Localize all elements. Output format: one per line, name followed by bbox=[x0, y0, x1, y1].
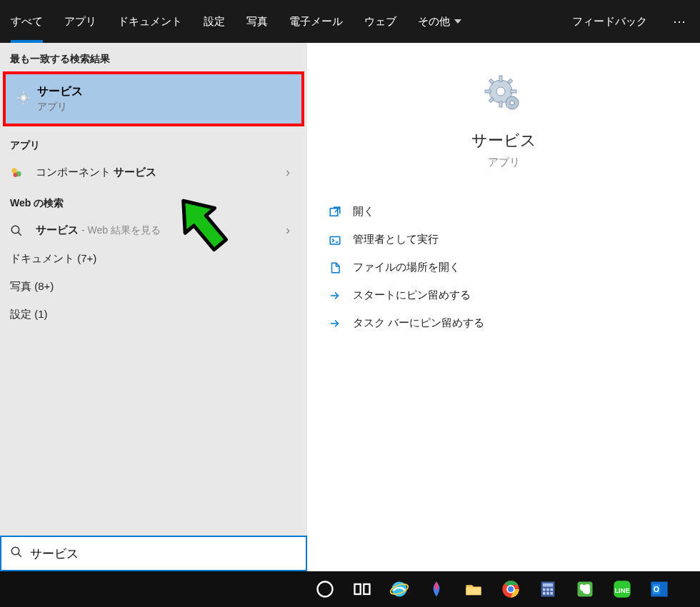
svg-rect-22 bbox=[507, 79, 512, 84]
best-match-title: サービス bbox=[37, 84, 83, 99]
svg-point-15 bbox=[496, 87, 505, 96]
svg-point-1 bbox=[22, 96, 26, 99]
tab-all[interactable]: すべて bbox=[0, 0, 54, 43]
svg-rect-26 bbox=[330, 208, 338, 216]
run-admin-icon bbox=[329, 234, 353, 246]
result-label: コンポーネント サービス bbox=[36, 166, 286, 179]
svg-rect-39 bbox=[543, 588, 546, 591]
svg-point-8 bbox=[14, 173, 18, 177]
component-services-icon bbox=[10, 166, 36, 179]
folder-icon bbox=[329, 261, 353, 274]
tab-label: 写真 bbox=[246, 15, 268, 29]
svg-rect-4 bbox=[17, 97, 20, 99]
taskbar: LINE O bbox=[0, 571, 700, 607]
action-pin-taskbar[interactable]: タスク バーにピン留めする bbox=[329, 309, 679, 337]
result-web-search[interactable]: サービス - Web 結果を見る › bbox=[0, 216, 307, 245]
tab-apps[interactable]: アプリ bbox=[54, 0, 107, 43]
svg-rect-17 bbox=[499, 101, 502, 107]
tab-email[interactable]: 電子メール bbox=[279, 0, 354, 43]
taskbar-ie-icon[interactable] bbox=[383, 571, 416, 607]
action-label: 開く bbox=[353, 205, 374, 219]
pin-icon bbox=[329, 317, 353, 330]
category-photos[interactable]: 写真 (8+) bbox=[0, 273, 307, 301]
svg-point-6 bbox=[11, 168, 17, 174]
taskbar-explorer-icon[interactable] bbox=[457, 571, 490, 607]
detail-title: サービス bbox=[307, 130, 700, 151]
svg-rect-23 bbox=[489, 97, 494, 102]
web-header: Web の検索 bbox=[0, 187, 307, 216]
svg-rect-29 bbox=[355, 584, 361, 594]
category-settings[interactable]: 設定 (1) bbox=[0, 301, 307, 328]
result-component-services[interactable]: コンポーネント サービス › bbox=[0, 158, 307, 187]
svg-point-36 bbox=[508, 586, 514, 592]
taskbar-line-icon[interactable]: LINE bbox=[606, 571, 639, 607]
detail-panel: サービス アプリ 開く 管理者として実行 ファイルの場所を開く スタートにピン留… bbox=[307, 43, 700, 571]
tab-label: その他 bbox=[418, 15, 450, 29]
tab-web[interactable]: ウェブ bbox=[354, 0, 407, 43]
tab-photos[interactable]: 写真 bbox=[236, 0, 279, 43]
tab-label: すべて bbox=[11, 15, 43, 29]
pin-icon bbox=[329, 289, 353, 302]
results-panel: 最も一致する検索結果 サービス アプリ アプリ コンポーネント サービス › W… bbox=[0, 43, 307, 571]
feedback-link[interactable]: フィードバック bbox=[559, 15, 660, 29]
action-open[interactable]: 開く bbox=[329, 198, 679, 226]
search-filter-bar: すべて アプリ ドキュメント 設定 写真 電子メール ウェブ その他 フィードバ… bbox=[0, 0, 700, 43]
svg-rect-3 bbox=[23, 101, 24, 104]
action-label: ファイルの場所を開く bbox=[353, 261, 460, 274]
detail-subtitle: アプリ bbox=[307, 156, 700, 169]
tab-more[interactable]: その他 bbox=[407, 0, 472, 43]
search-icon bbox=[10, 546, 23, 561]
action-pin-start[interactable]: スタートにピン留めする bbox=[329, 281, 679, 309]
svg-point-9 bbox=[11, 226, 19, 234]
tab-label: 設定 bbox=[204, 15, 225, 29]
tab-label: ドキュメント bbox=[118, 15, 182, 29]
svg-rect-38 bbox=[543, 583, 553, 587]
more-menu-button[interactable]: ⋯ bbox=[660, 14, 700, 29]
feedback-label: フィードバック bbox=[572, 15, 647, 27]
svg-rect-18 bbox=[485, 90, 491, 93]
svg-rect-33 bbox=[466, 588, 481, 596]
taskbar-outlook-icon[interactable]: O bbox=[643, 571, 676, 607]
action-list: 開く 管理者として実行 ファイルの場所を開く スタートにピン留めする タスク バ… bbox=[307, 198, 700, 337]
svg-rect-41 bbox=[551, 588, 554, 591]
svg-line-10 bbox=[18, 232, 21, 236]
tab-label: 電子メール bbox=[289, 15, 343, 29]
taskbar-cortana-icon[interactable] bbox=[309, 571, 341, 607]
taskbar-taskview-icon[interactable] bbox=[346, 571, 379, 607]
tab-documents[interactable]: ドキュメント bbox=[107, 0, 193, 43]
result-label: サービス - Web 結果を見る bbox=[36, 224, 286, 237]
best-match-subtitle: アプリ bbox=[37, 101, 83, 114]
action-open-location[interactable]: ファイルの場所を開く bbox=[329, 254, 679, 281]
svg-line-13 bbox=[18, 553, 21, 557]
best-match-result[interactable]: サービス アプリ bbox=[3, 71, 304, 126]
chevron-down-icon bbox=[454, 19, 461, 24]
taskbar-calculator-icon[interactable] bbox=[531, 571, 564, 607]
action-label: タスク バーにピン留めする bbox=[353, 316, 484, 330]
svg-rect-2 bbox=[23, 91, 24, 94]
search-input[interactable] bbox=[30, 546, 297, 561]
svg-rect-44 bbox=[551, 592, 554, 595]
taskbar-evernote-icon[interactable] bbox=[569, 571, 601, 607]
action-label: スタートにピン留めする bbox=[353, 289, 471, 302]
best-match-header: 最も一致する検索結果 bbox=[0, 43, 307, 71]
action-run-admin[interactable]: 管理者として実行 bbox=[329, 226, 679, 254]
svg-rect-20 bbox=[489, 79, 494, 84]
action-label: 管理者として実行 bbox=[353, 233, 439, 246]
taskbar-chrome-icon[interactable] bbox=[494, 571, 527, 607]
svg-rect-19 bbox=[511, 90, 516, 93]
svg-text:LINE: LINE bbox=[614, 587, 629, 594]
detail-large-icon bbox=[307, 71, 700, 117]
svg-rect-5 bbox=[28, 97, 31, 99]
svg-rect-16 bbox=[499, 76, 502, 81]
tab-settings[interactable]: 設定 bbox=[193, 0, 236, 43]
svg-rect-27 bbox=[330, 236, 340, 244]
svg-rect-42 bbox=[543, 592, 546, 595]
taskbar-paint-icon[interactable] bbox=[420, 571, 453, 607]
apps-header: アプリ bbox=[0, 129, 307, 158]
svg-rect-43 bbox=[546, 592, 549, 595]
svg-rect-40 bbox=[546, 588, 549, 591]
tab-label: ウェブ bbox=[364, 15, 396, 29]
category-documents[interactable]: ドキュメント (7+) bbox=[0, 245, 307, 273]
search-box[interactable] bbox=[0, 536, 307, 571]
search-icon bbox=[10, 224, 36, 237]
